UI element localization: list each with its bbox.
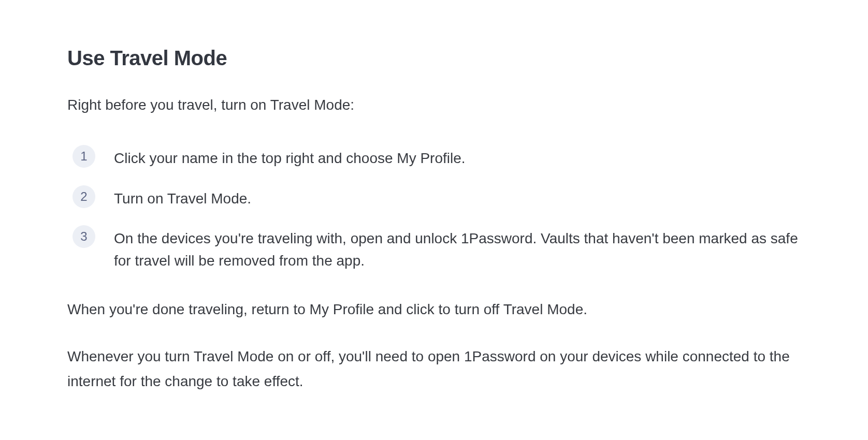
list-item: 1 Click your name in the top right and c… [73, 145, 801, 169]
step-text: On the devices you're traveling with, op… [114, 225, 801, 272]
step-number-badge: 1 [73, 145, 95, 168]
paragraph: When you're done traveling, return to My… [67, 297, 801, 322]
steps-list: 1 Click your name in the top right and c… [67, 145, 801, 272]
section-heading: Use Travel Mode [67, 47, 801, 70]
list-item: 3 On the devices you're traveling with, … [73, 225, 801, 272]
step-text: Turn on Travel Mode. [114, 185, 251, 210]
step-number-badge: 3 [73, 225, 95, 248]
paragraph: Whenever you turn Travel Mode on or off,… [67, 344, 801, 393]
list-item: 2 Turn on Travel Mode. [73, 185, 801, 210]
intro-paragraph: Right before you travel, turn on Travel … [67, 95, 801, 115]
step-text: Click your name in the top right and cho… [114, 145, 466, 169]
step-number-badge: 2 [73, 185, 95, 208]
